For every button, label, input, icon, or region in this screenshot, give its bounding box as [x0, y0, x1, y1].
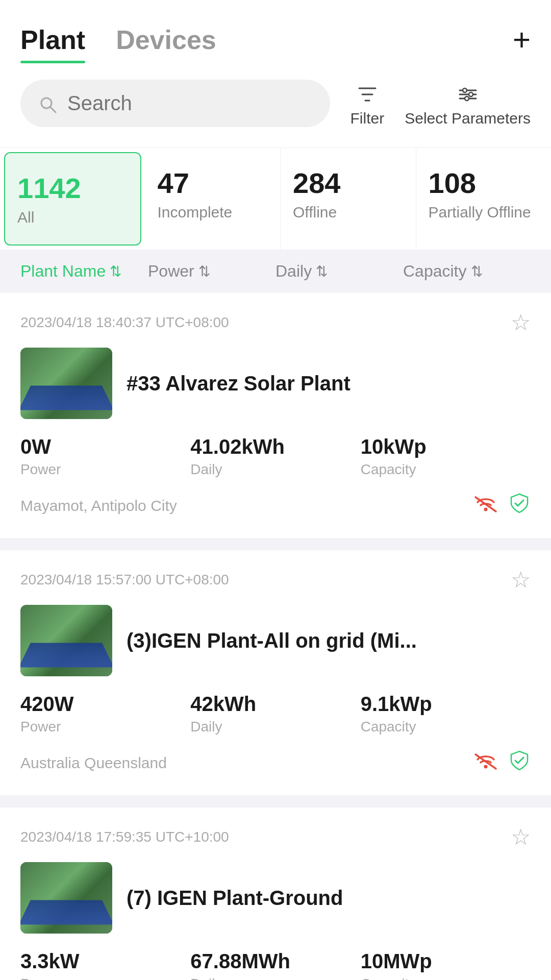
card-main: (3)IGEN Plant-All on grid (Mi...: [20, 605, 531, 676]
stat-partially-offline-label: Partially Offline: [429, 204, 539, 221]
sort-capacity[interactable]: Capacity ⇅: [403, 262, 531, 281]
plant-list: 2023/04/18 18:40:37 UTC+08:00 ☆ #33 Alva…: [0, 293, 551, 980]
card-main: #33 Alvarez Solar Plant: [20, 348, 531, 419]
sort-arrows-power: ⇅: [198, 263, 210, 280]
tab-devices[interactable]: Devices: [116, 24, 216, 63]
stat-partially-offline[interactable]: 108 Partially Offline: [416, 148, 552, 250]
card-header: 2023/04/18 17:59:35 UTC+10:00 ☆: [20, 824, 531, 850]
search-input[interactable]: [67, 92, 312, 115]
plant-image: [20, 348, 112, 419]
card-timestamp: 2023/04/18 18:40:37 UTC+08:00: [20, 314, 229, 331]
daily-stat: 42kWh Daily: [190, 693, 360, 735]
daily-stat: 41.02kWh Daily: [190, 435, 360, 478]
plant-location: Australia Queensland: [20, 754, 167, 772]
solar-panel-visual: [20, 900, 112, 924]
daily-label: Daily: [190, 461, 360, 478]
tab-plant[interactable]: Plant: [20, 24, 85, 63]
add-button[interactable]: +: [513, 24, 531, 63]
card-header: 2023/04/18 18:40:37 UTC+08:00 ☆: [20, 309, 531, 335]
plant-card[interactable]: 2023/04/18 17:59:35 UTC+10:00 ☆ (7) IGEN…: [0, 807, 551, 980]
card-header: 2023/04/18 15:57:00 UTC+08:00 ☆: [20, 567, 531, 593]
svg-point-8: [484, 508, 488, 511]
star-button[interactable]: ☆: [511, 824, 531, 850]
plant-image-inner: [20, 605, 112, 676]
plant-card[interactable]: 2023/04/18 15:57:00 UTC+08:00 ☆ (3)IGEN …: [0, 550, 551, 795]
capacity-value: 10kWp: [361, 435, 531, 458]
sort-arrows-daily: ⇅: [316, 263, 328, 280]
select-parameters-button[interactable]: Select Parameters: [405, 80, 531, 127]
power-stat: 3.3kW Power: [20, 950, 190, 980]
card-footer: Mayamot, Antipolo City: [20, 492, 531, 520]
power-value: 420W: [20, 693, 190, 716]
daily-value: 42kWh: [190, 693, 360, 716]
wifi-off-icon: [473, 750, 498, 776]
daily-label: Daily: [190, 719, 360, 735]
power-label: Power: [20, 461, 190, 478]
search-box[interactable]: [20, 80, 330, 127]
capacity-stat: 9.1kWp Capacity: [361, 693, 531, 735]
power-value: 3.3kW: [20, 950, 190, 973]
sort-row: Plant Name ⇅ Power ⇅ Daily ⇅ Capacity ⇅: [0, 250, 551, 293]
search-row: Filter Select Parameters: [0, 63, 551, 148]
stats-row: 1142 All 47 Incomplete 284 Offline 108 P…: [0, 148, 551, 250]
stat-all-value: 1142: [17, 172, 128, 205]
card-stats: 3.3kW Power 67.88MWh Daily 10MWp Capacit…: [20, 950, 531, 980]
solar-panel-visual: [20, 643, 112, 667]
star-button[interactable]: ☆: [511, 567, 531, 593]
card-stats: 420W Power 42kWh Daily 9.1kWp Capacity: [20, 693, 531, 735]
sort-plant-name[interactable]: Plant Name ⇅: [20, 262, 148, 281]
svg-line-1: [51, 107, 56, 112]
power-label: Power: [20, 976, 190, 980]
capacity-value: 9.1kWp: [361, 693, 531, 716]
plant-image-inner: [20, 862, 112, 934]
svg-point-6: [469, 92, 473, 96]
power-value: 0W: [20, 435, 190, 458]
plant-name: (7) IGEN Plant-Ground: [127, 887, 531, 910]
power-stat: 420W Power: [20, 693, 190, 735]
sliders-icon: [457, 80, 479, 105]
plant-card[interactable]: 2023/04/18 18:40:37 UTC+08:00 ☆ #33 Alva…: [0, 293, 551, 538]
stat-incomplete-value: 47: [158, 166, 268, 200]
stat-offline-label: Offline: [293, 204, 404, 221]
daily-label: Daily: [190, 976, 360, 980]
stat-all-label: All: [17, 209, 128, 226]
plant-name: #33 Alvarez Solar Plant: [127, 372, 531, 395]
daily-stat: 67.88MWh Daily: [190, 950, 360, 980]
plant-image: [20, 862, 112, 934]
filter-icon: [356, 80, 379, 105]
stat-offline[interactable]: 284 Offline: [281, 148, 416, 250]
card-status-icons: [473, 492, 531, 520]
tab-bar: Plant Devices: [20, 24, 247, 63]
card-main: (7) IGEN Plant-Ground: [20, 862, 531, 934]
capacity-label: Capacity: [361, 461, 531, 478]
sort-power[interactable]: Power ⇅: [148, 262, 276, 281]
select-parameters-label: Select Parameters: [405, 110, 531, 127]
plant-image-inner: [20, 348, 112, 419]
stat-all[interactable]: 1142 All: [4, 152, 141, 246]
filter-button[interactable]: Filter: [350, 80, 385, 127]
stat-incomplete[interactable]: 47 Incomplete: [145, 148, 281, 250]
card-stats: 0W Power 41.02kWh Daily 10kWp Capacity: [20, 435, 531, 478]
stat-partially-offline-value: 108: [429, 166, 539, 200]
card-status-icons: [473, 749, 531, 777]
card-footer: Australia Queensland: [20, 749, 531, 777]
sort-daily[interactable]: Daily ⇅: [276, 262, 403, 281]
filter-label: Filter: [350, 110, 385, 127]
power-label: Power: [20, 719, 190, 735]
svg-point-9: [484, 765, 488, 769]
stat-incomplete-label: Incomplete: [158, 204, 268, 221]
daily-value: 41.02kWh: [190, 435, 360, 458]
svg-point-7: [465, 96, 469, 101]
capacity-label: Capacity: [361, 719, 531, 735]
capacity-stat: 10kWp Capacity: [361, 435, 531, 478]
power-stat: 0W Power: [20, 435, 190, 478]
shield-check-icon: [508, 492, 531, 520]
plant-name: (3)IGEN Plant-All on grid (Mi...: [127, 629, 531, 652]
star-button[interactable]: ☆: [511, 309, 531, 335]
capacity-label: Capacity: [361, 976, 531, 980]
search-icon: [39, 93, 57, 114]
plant-image: [20, 605, 112, 676]
daily-value: 67.88MWh: [190, 950, 360, 973]
capacity-value: 10MWp: [361, 950, 531, 973]
sort-arrows-plant-name: ⇅: [110, 263, 121, 280]
